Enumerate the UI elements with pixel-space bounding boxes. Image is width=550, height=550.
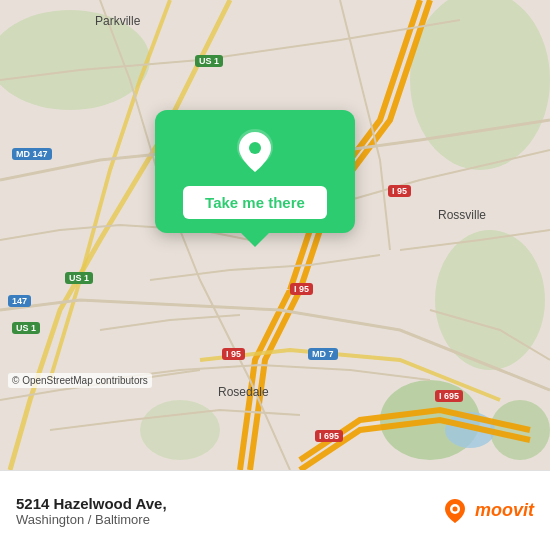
road-label-i95-low: I 95 — [222, 348, 245, 360]
svg-point-5 — [140, 400, 220, 460]
svg-point-9 — [249, 142, 261, 154]
road-label-147: 147 — [8, 295, 31, 307]
place-label-rossville: Rossville — [438, 208, 486, 222]
road-label-i695-low: I 695 — [315, 430, 343, 442]
road-label-md147: MD 147 — [12, 148, 52, 160]
moovit-text: moovit — [475, 500, 534, 521]
map-svg — [0, 0, 550, 470]
place-label-rosedale: Rosedale — [218, 385, 269, 399]
road-label-us1-top: US 1 — [195, 55, 223, 67]
map-container: US 1 MD 147 147 US 1 US 1 I 95 I 95 I 95… — [0, 0, 550, 470]
svg-point-11 — [452, 506, 457, 511]
location-pin-icon — [231, 128, 279, 176]
osm-attribution: © OpenStreetMap contributors — [8, 373, 152, 388]
road-label-md7: MD 7 — [308, 348, 338, 360]
popup-card: Take me there — [155, 110, 355, 233]
road-label-us1-low: US 1 — [12, 322, 40, 334]
moovit-pin-icon — [441, 497, 469, 525]
moovit-logo: moovit — [441, 497, 534, 525]
road-label-i95-right: I 95 — [388, 185, 411, 197]
address-block: 5214 Hazelwood Ave, Washington / Baltimo… — [16, 495, 167, 527]
road-label-i95-mid: I 95 — [290, 283, 313, 295]
road-label-i695-right: I 695 — [435, 390, 463, 402]
bottom-bar: 5214 Hazelwood Ave, Washington / Baltimo… — [0, 470, 550, 550]
address-line: 5214 Hazelwood Ave, — [16, 495, 167, 512]
road-label-us1-mid: US 1 — [65, 272, 93, 284]
take-me-there-button[interactable]: Take me there — [183, 186, 327, 219]
place-label-parkville: Parkville — [95, 14, 140, 28]
city-line: Washington / Baltimore — [16, 512, 167, 527]
